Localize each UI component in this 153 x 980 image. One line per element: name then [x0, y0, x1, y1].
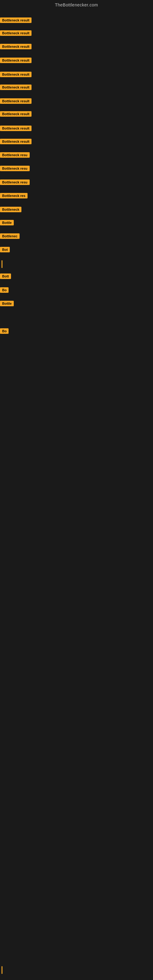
bottleneck-badge-row: Bot — [0, 247, 10, 254]
bottleneck-badge-row: Bottleneck result — [0, 139, 32, 145]
bottleneck-result-badge: Bottleneck result — [0, 44, 32, 49]
bottleneck-badge-row: Bo — [0, 328, 9, 335]
bottleneck-badge-row: Bottleneck result — [0, 72, 32, 78]
bottleneck-badge-row: Bottleneck result — [0, 84, 32, 91]
bottleneck-badge-row: Bott — [0, 274, 11, 280]
bottleneck-badge-row: Bottleneck — [0, 207, 21, 213]
bottleneck-badge-row: Bottle — [0, 301, 14, 307]
bottleneck-badge-row: Bottleneck result — [0, 30, 32, 37]
bottleneck-result-badge: Bottleneck result — [0, 111, 32, 117]
bottleneck-badge-row: Bottleneck result — [0, 111, 32, 118]
bottleneck-badge-row: Bottleneck resu — [0, 180, 30, 186]
bottleneck-badge-row: Bo — [0, 287, 9, 294]
bottleneck-badge-row: Bottlenec — [0, 233, 19, 240]
bottleneck-result-badge: Bottlenec — [0, 233, 19, 239]
bottleneck-badge-row: Bottleneck result — [0, 44, 32, 51]
bottleneck-result-badge: Bottleneck resu — [0, 180, 30, 185]
bottleneck-badge-row: Bottleneck result — [0, 126, 32, 132]
bottleneck-result-badge: Bottleneck resu — [0, 152, 30, 158]
vertical-indicator-bar — [2, 966, 2, 974]
bottleneck-result-badge: Bottle — [0, 301, 14, 306]
bottleneck-result-badge: Bottleneck result — [0, 57, 32, 63]
bottleneck-result-badge: Bottleneck result — [0, 126, 32, 131]
bottleneck-result-badge: Bo — [0, 287, 9, 293]
bottleneck-badge-row: Bottleneck result — [0, 57, 32, 64]
bottleneck-result-badge: Bottleneck — [0, 207, 21, 212]
bottleneck-result-badge: Bottleneck result — [0, 72, 32, 77]
bottleneck-result-badge: Bot — [0, 247, 10, 252]
bottleneck-result-badge: Bottleneck result — [0, 84, 32, 90]
bottleneck-result-badge: Bottleneck result — [0, 98, 32, 104]
bottleneck-result-badge: Bo — [0, 328, 9, 334]
bottleneck-result-badge: Bottleneck resu — [0, 166, 30, 171]
bottleneck-badge-row: Bottleneck result — [0, 98, 32, 105]
site-title: TheBottlenecker.com — [0, 0, 153, 9]
bottleneck-result-badge: Bottleneck result — [0, 139, 32, 144]
bottleneck-badge-row: Bottle — [0, 220, 14, 227]
bottleneck-badge-row: Bottleneck resu — [0, 152, 30, 159]
bottleneck-badge-row: Bottleneck res — [0, 193, 27, 200]
bottleneck-result-badge: Bott — [0, 274, 11, 279]
bottleneck-result-badge: Bottleneck res — [0, 193, 27, 199]
bottleneck-result-badge: Bottleneck result — [0, 30, 32, 36]
bottleneck-badge-row: Bottleneck resu — [0, 166, 30, 172]
bottleneck-result-badge: Bottleneck result — [0, 18, 32, 23]
vertical-indicator-bar — [2, 260, 2, 268]
bottleneck-result-badge: Bottle — [0, 220, 14, 225]
bottleneck-badge-row: Bottleneck result — [0, 18, 32, 24]
